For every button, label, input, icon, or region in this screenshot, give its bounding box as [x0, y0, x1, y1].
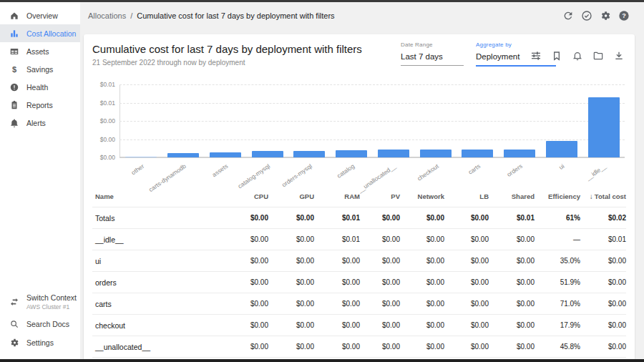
alert-circle-icon: [9, 82, 19, 92]
sidebar-footer-search-docs[interactable]: Search Docs: [0, 315, 80, 333]
cell-total-cost: $0.00: [580, 272, 626, 293]
column-header-lb[interactable]: LB: [444, 186, 489, 207]
table-row-ui[interactable]: ui$0.00$0.00$0.00$0.00$0.00$0.00$0.0035.…: [92, 250, 626, 272]
check-circle-icon[interactable]: [581, 10, 592, 21]
bookmark-icon[interactable]: [551, 50, 562, 62]
bar-checkout[interactable]: [420, 150, 452, 157]
column-header-network[interactable]: Network: [400, 186, 444, 207]
breadcrumb-current-page: Cumulative cost for last 7 days by deplo…: [137, 11, 334, 20]
cell-pv: $0.00: [360, 315, 400, 336]
bar-slot: [541, 84, 583, 157]
table-row-unallocated[interactable]: __unallocated__$0.00$0.00$0.00$0.00$0.00…: [92, 336, 626, 358]
cell-ram: $0.00: [314, 293, 360, 315]
y-axis-tick-label: $0.01: [92, 99, 115, 107]
column-header-pv[interactable]: PV: [360, 186, 400, 207]
cell-ram: $0.00: [314, 272, 360, 293]
cell-network: $0.00: [400, 272, 444, 293]
x-axis-tick-label: orders: [505, 162, 523, 178]
table-row-carts[interactable]: carts$0.00$0.00$0.00$0.00$0.00$0.00$0.00…: [92, 293, 626, 315]
download-icon[interactable]: [613, 50, 625, 62]
cell-lb: $0.00: [444, 229, 489, 250]
cell-network: $0.00: [400, 250, 444, 272]
bar-orders-mysql[interactable]: [293, 151, 325, 157]
cell-cpu: $0.00: [223, 315, 268, 336]
bar-slot: [288, 84, 331, 157]
bar-ui[interactable]: [546, 141, 577, 157]
tune-icon[interactable]: [530, 50, 542, 62]
bar-carts-dynamodb[interactable]: [167, 153, 199, 157]
sidebar-item-savings[interactable]: $Savings: [0, 60, 80, 78]
bar-assets[interactable]: [210, 152, 241, 157]
sidebar-item-label: Savings: [26, 65, 53, 74]
bar-slot: [414, 84, 457, 157]
cell-cpu: $0.00: [223, 293, 268, 315]
cell-efficiency: 51.9%: [535, 272, 580, 293]
y-axis-tick-label: $0.01: [92, 81, 115, 88]
cell-name: checkout: [92, 315, 223, 336]
cell-network: $0.00: [400, 315, 444, 336]
cell-cpu: $0.00: [223, 272, 268, 293]
sidebar-item-overview[interactable]: Overview: [0, 6, 80, 24]
column-header-name[interactable]: Name: [92, 186, 223, 207]
cell-ram: $0.01: [314, 229, 360, 250]
cell-total-cost: $0.01: [580, 229, 626, 250]
date-range-value[interactable]: Last 7 days: [401, 52, 464, 66]
cell-network: $0.00: [400, 336, 444, 358]
x-axis-tick-label: __idle__: [585, 162, 608, 182]
cell-ram: $0.00: [314, 250, 360, 272]
gear-icon[interactable]: [600, 10, 611, 21]
bell-icon[interactable]: [572, 50, 583, 62]
y-axis-tick-label: $0.00: [92, 154, 115, 161]
bar-carts[interactable]: [462, 150, 493, 157]
column-header-cpu[interactable]: CPU: [223, 186, 268, 207]
table-row-orders[interactable]: orders$0.00$0.00$0.00$0.00$0.00$0.00$0.0…: [92, 272, 626, 293]
table-row-checkout[interactable]: checkout$0.00$0.00$0.00$0.00$0.00$0.00$0…: [92, 315, 626, 336]
gear-icon: [9, 338, 19, 348]
sidebar: OverviewCost AllocationAssets$SavingsHea…: [0, 2, 80, 359]
x-axis-tick-label: other: [130, 162, 146, 176]
sidebar-item-alerts[interactable]: Alerts: [0, 114, 80, 132]
column-header-total-cost[interactable]: ↓Total cost: [580, 186, 626, 207]
column-header-shared[interactable]: Shared: [489, 186, 535, 207]
column-header-efficiency[interactable]: Efficiency: [535, 186, 580, 207]
bar-other[interactable]: [125, 157, 157, 157]
y-axis-tick-label: $0.00: [92, 136, 115, 143]
cell-cpu: $0.00: [223, 229, 268, 250]
page-title: Cumulative cost for last 7 days by deplo…: [92, 43, 362, 55]
bar-chart-icon: [9, 29, 19, 39]
table-row-totals[interactable]: Totals$0.00$0.00$0.01$0.00$0.00$0.00$0.0…: [92, 207, 626, 229]
column-header-ram[interactable]: RAM: [314, 186, 360, 207]
date-range-select[interactable]: Date Range Last 7 days: [401, 41, 464, 66]
breadcrumb-separator: /: [130, 11, 132, 20]
cell-ram: $0.00: [314, 336, 360, 358]
sidebar-item-reports[interactable]: Reports: [0, 96, 80, 114]
home-icon: [9, 11, 19, 21]
bar-catalog[interactable]: [336, 150, 367, 157]
sidebar-footer-switch-context[interactable]: Switch ContextAWS Cluster #1: [0, 289, 80, 315]
cluster-context-value: AWS Cluster #1: [26, 303, 77, 310]
sidebar-item-cost-allocation[interactable]: Cost Allocation: [0, 24, 80, 42]
bar-unallocated[interactable]: [378, 150, 409, 157]
folder-icon[interactable]: [592, 50, 604, 62]
sidebar-item-health[interactable]: Health: [0, 78, 80, 96]
cell-lb: $0.00: [444, 250, 489, 272]
column-header-gpu[interactable]: GPU: [268, 186, 314, 207]
bar-catalog-mysql[interactable]: [252, 151, 283, 157]
report-card: Cumulative cost for last 7 days by deplo…: [84, 34, 635, 362]
cell-name: Totals: [92, 207, 223, 229]
bar-idle[interactable]: [588, 97, 620, 157]
table-row-idle[interactable]: __idle__$0.00$0.00$0.01$0.00$0.00$0.00$0…: [92, 229, 626, 250]
bar-slot: [457, 84, 499, 157]
date-range-label: Date Range: [401, 41, 464, 48]
sidebar-nav: OverviewCost AllocationAssets$SavingsHea…: [0, 2, 80, 132]
bar-orders[interactable]: [504, 150, 535, 157]
sidebar-item-label: Assets: [26, 47, 49, 56]
breadcrumb: Allocations / Cumulative cost for last 7…: [80, 11, 335, 20]
breadcrumb-section[interactable]: Allocations: [88, 11, 126, 20]
sidebar-footer-settings[interactable]: Settings: [0, 333, 80, 352]
refresh-icon[interactable]: [562, 10, 574, 21]
sidebar-item-assets[interactable]: Assets: [0, 42, 80, 60]
sidebar-footer-text: Settings: [26, 338, 54, 347]
help-icon[interactable]: ?: [618, 10, 630, 21]
svg-text:?: ?: [622, 12, 626, 19]
